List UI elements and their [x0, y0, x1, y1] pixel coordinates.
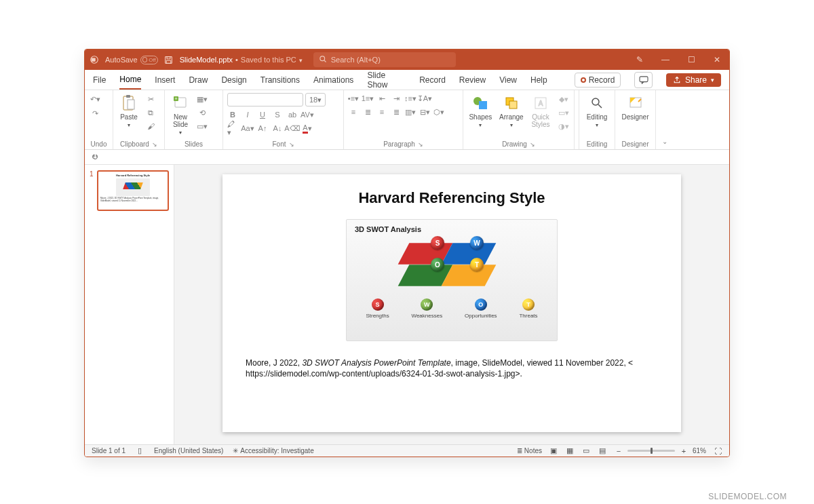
- strike-button[interactable]: S: [272, 109, 283, 120]
- tab-insert[interactable]: Insert: [155, 71, 175, 89]
- align-text-button[interactable]: ⊟▾: [419, 106, 430, 117]
- statusbar: Slide 1 of 1 ▯ English (United States) ✳…: [85, 444, 729, 457]
- tab-transitions[interactable]: Transitions: [260, 71, 300, 89]
- slideshow-view-button[interactable]: ▤: [598, 446, 607, 456]
- zoom-value[interactable]: 61%: [693, 447, 706, 454]
- autosave-toggle[interactable]: AutoSave Off: [105, 56, 158, 64]
- redo-button[interactable]: ↷: [89, 107, 101, 119]
- workarea: 1 Harvard Referencing Style Moore, J 202…: [85, 165, 729, 444]
- tab-design[interactable]: Design: [221, 71, 246, 89]
- language-status[interactable]: English (United States): [154, 447, 223, 454]
- qat-customize[interactable]: ⮋: [92, 153, 98, 161]
- numbering-button[interactable]: 1≡▾: [362, 93, 373, 104]
- smartart-button[interactable]: ⬡▾: [433, 106, 444, 117]
- cut-button[interactable]: ✂: [144, 93, 157, 105]
- font-size-combo[interactable]: 18▾: [305, 93, 326, 106]
- tab-home[interactable]: Home: [119, 71, 141, 90]
- font-name-combo[interactable]: [227, 93, 303, 106]
- thumb-number: 1: [90, 170, 94, 178]
- normal-view-button[interactable]: ▣: [549, 446, 558, 456]
- bullets-button[interactable]: •≡▾: [348, 93, 359, 104]
- sorter-view-button[interactable]: ▦: [565, 446, 575, 456]
- tab-file[interactable]: File: [93, 71, 106, 89]
- maximize-button[interactable]: ☐: [683, 52, 699, 68]
- slide-thumbnail-1[interactable]: Harvard Referencing Style Moore, J 2022,…: [97, 170, 169, 211]
- shape-outline-button[interactable]: ▭▾: [558, 106, 570, 119]
- italic-button[interactable]: I: [242, 109, 253, 120]
- save-icon[interactable]: [163, 54, 174, 65]
- tab-view[interactable]: View: [499, 71, 517, 89]
- new-slide-button[interactable]: + New Slide▾: [169, 93, 192, 137]
- shapes-button[interactable]: Shapes▾: [467, 93, 494, 130]
- tab-review[interactable]: Review: [459, 71, 486, 89]
- reset-button[interactable]: ⟲: [196, 106, 208, 119]
- paragraph-launcher[interactable]: [418, 140, 423, 148]
- collapse-ribbon-button[interactable]: ⌄: [656, 90, 674, 149]
- line-spacing-button[interactable]: ↕≡▾: [405, 93, 416, 104]
- fit-window-button[interactable]: ⛶: [713, 446, 722, 456]
- indent-inc-button[interactable]: ⇥: [391, 93, 402, 104]
- arrange-button[interactable]: Arrange▾: [498, 93, 525, 130]
- undo-button[interactable]: ↶▾: [89, 93, 101, 105]
- grow-font-button[interactable]: A↑: [257, 123, 268, 134]
- columns-button[interactable]: ▥▾: [405, 106, 416, 117]
- editing-button[interactable]: Editing▾: [584, 93, 610, 130]
- align-center-button[interactable]: ≣: [362, 106, 373, 117]
- tab-draw[interactable]: Draw: [189, 71, 208, 89]
- drawing-launcher[interactable]: [530, 140, 535, 148]
- align-right-button[interactable]: ≡: [376, 106, 387, 117]
- bold-button[interactable]: B: [227, 109, 238, 120]
- minimize-button[interactable]: —: [657, 52, 674, 68]
- underline-button[interactable]: U: [257, 109, 268, 120]
- record-button[interactable]: Record: [575, 73, 621, 88]
- clipboard-launcher[interactable]: [152, 140, 157, 148]
- shrink-font-button[interactable]: A↓: [272, 123, 283, 134]
- slide-counter[interactable]: Slide 1 of 1: [92, 447, 125, 454]
- copy-button[interactable]: ⧉: [144, 106, 157, 119]
- search-box[interactable]: Search (Alt+Q): [313, 52, 456, 67]
- char-spacing-button[interactable]: AV▾: [302, 109, 313, 120]
- shape-effects-button[interactable]: ◑▾: [558, 120, 570, 132]
- text-direction-button[interactable]: ↧A▾: [419, 93, 430, 104]
- comments-button[interactable]: [634, 72, 653, 88]
- tab-record[interactable]: Record: [419, 71, 446, 89]
- quick-styles-button[interactable]: A Quick Styles: [529, 93, 552, 130]
- notes-button[interactable]: ≣ Notes: [517, 447, 542, 454]
- font-launcher[interactable]: [289, 140, 294, 148]
- align-left-button[interactable]: ≡: [348, 106, 359, 117]
- change-case-button[interactable]: Aa▾: [242, 123, 253, 134]
- indent-dec-button[interactable]: ⇤: [376, 93, 387, 104]
- spellcheck-icon[interactable]: ▯: [135, 446, 144, 456]
- close-button[interactable]: ✕: [709, 52, 725, 68]
- zoom-slider[interactable]: [627, 450, 675, 452]
- highlight-button[interactable]: 🖍▾: [227, 123, 238, 134]
- swot-image-title: 3D SWOT Analysis: [355, 225, 549, 233]
- clear-format-button[interactable]: A⌫: [287, 123, 298, 134]
- font-color-button[interactable]: A▾: [302, 123, 313, 134]
- tab-help[interactable]: Help: [530, 71, 547, 89]
- qat-row: ⮋: [85, 150, 729, 165]
- zoom-in-button[interactable]: +: [679, 446, 689, 456]
- section-button[interactable]: ▭▾: [196, 120, 208, 132]
- reading-view-button[interactable]: ▭: [581, 446, 591, 456]
- layout-button[interactable]: ▦▾: [196, 93, 208, 105]
- slide-1[interactable]: Harvard Referencing Style 3D SWOT Analys…: [222, 174, 681, 432]
- shadow-button[interactable]: ab: [287, 109, 298, 120]
- designer-button[interactable]: Designer: [619, 93, 651, 122]
- pen-mode-icon[interactable]: ✎: [632, 52, 648, 68]
- paste-button[interactable]: Paste▾: [117, 93, 140, 130]
- citation-text: Moore, J 2022, 3D SWOT Analysis PowerPoi…: [246, 357, 658, 379]
- thumbnail-panel[interactable]: 1 Harvard Referencing Style Moore, J 202…: [85, 165, 174, 444]
- ribbon-tabs: File Home Insert Draw Design Transitions…: [85, 70, 729, 90]
- share-button[interactable]: Share▾: [666, 73, 721, 87]
- tab-animations[interactable]: Animations: [313, 71, 353, 89]
- accessibility-status[interactable]: ✳Accessibility: Investigate: [233, 447, 313, 454]
- tab-slideshow[interactable]: Slide Show: [367, 66, 406, 94]
- format-painter-button[interactable]: 🖌: [144, 120, 157, 132]
- document-name[interactable]: SlideModel.pptx•Saved to this PC: [180, 56, 303, 64]
- shape-fill-button[interactable]: ◆▾: [558, 93, 570, 105]
- slide-canvas[interactable]: Harvard Referencing Style 3D SWOT Analys…: [174, 165, 729, 444]
- svg-rect-10: [128, 100, 134, 109]
- zoom-out-button[interactable]: −: [614, 446, 623, 456]
- justify-button[interactable]: ≣: [391, 106, 402, 117]
